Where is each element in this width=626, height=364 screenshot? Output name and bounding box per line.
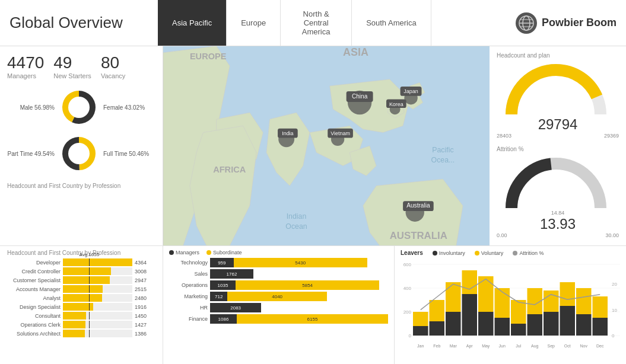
globe-icon — [518, 15, 535, 31]
table-row: Operations Clerk1427 — [7, 321, 155, 328]
profession-label: Finance — [169, 316, 208, 322]
profession-label: Marketing — [169, 293, 208, 299]
stats-section: 4470 Managers 49 New Starters 80 Vacancy… — [0, 46, 163, 180]
list-item: Technology9595430 — [169, 258, 388, 267]
sub-value: 5430 — [295, 260, 306, 266]
svg-text:Australia: Australia — [406, 202, 430, 209]
mgr-bar: 1762 — [210, 269, 253, 279]
attrition-pct-label: Attrition % — [519, 250, 544, 256]
tab-europe[interactable]: Europe — [227, 0, 281, 46]
fulltime-label: Full Time 50.46% — [103, 151, 149, 157]
stat-new-starters: 49 New Starters — [53, 55, 91, 79]
managers-legend-label: Managers — [176, 250, 199, 256]
new-starters-value: 49 — [53, 55, 91, 71]
leavers-title: Leavers — [401, 250, 423, 256]
list-item: Marketing7124040 — [169, 292, 388, 301]
bar-fill — [63, 321, 85, 328]
profession-label: Technology — [169, 260, 208, 266]
list-item: Finance10866155 — [169, 314, 388, 324]
svg-text:Japan: Japan — [403, 88, 418, 94]
profession-bar-track: 10355854 — [210, 280, 388, 290]
stats-row: 4470 Managers 49 New Starters 80 Vacancy — [7, 52, 155, 82]
world-map: Pacific Ocea... Indian Ocean EUROPE AFRI… — [163, 46, 490, 245]
employment-donut-row: Part Time 49.54% Full Time 50.46% — [7, 133, 155, 174]
avg-line — [89, 285, 90, 293]
logo-icon — [516, 12, 537, 34]
legend-attrition-pct: Attrition % — [513, 250, 544, 256]
headcount-chart-title: Headcount and First Country by Professio… — [7, 183, 155, 189]
headcount-bars-2: DeveloperAvg 16554364Credit Controller30… — [7, 258, 155, 337]
voluntary-dot — [475, 251, 479, 256]
mgr-value: 712 — [215, 294, 223, 299]
leavers-legend: Leavers Involuntary Voluntary Attrition … — [401, 250, 620, 256]
svg-text:Indian: Indian — [287, 212, 307, 221]
sub-value: 5854 — [302, 283, 313, 288]
gender-donut-row: Male 56.98% Female 43.02% — [7, 87, 155, 128]
svg-text:ASIA: ASIA — [343, 46, 368, 58]
bar-label: Accounts Manager — [7, 286, 61, 292]
legend-voluntary: Voluntary — [475, 250, 504, 256]
bar-label: Credit Controller — [7, 269, 61, 274]
left-panel: 4470 Managers 49 New Starters 80 Vacancy… — [0, 46, 163, 245]
bar-fill — [63, 294, 102, 302]
bar-label: Solutions Architect — [7, 331, 61, 337]
mgr-bar: 1035 — [210, 280, 236, 290]
gender-donut-chart — [58, 87, 100, 128]
bar-track — [63, 321, 132, 328]
bar-track — [63, 276, 132, 284]
headcount-plan-title: Headcount and plan — [497, 52, 619, 59]
tab-asia-pacific[interactable]: Asia Pacific — [158, 0, 227, 46]
list-item: Sales1762 — [169, 269, 388, 279]
tab-south-america[interactable]: South America — [352, 0, 431, 46]
subordinate-dot — [206, 250, 211, 255]
logo: Powbier Boom — [516, 12, 617, 34]
svg-text:AFRICA: AFRICA — [213, 165, 246, 174]
svg-text:China: China — [352, 93, 368, 100]
attrition-section: Attrition % 14.84 13.93 0.00 30.00 — [497, 146, 619, 238]
svg-text:Korea: Korea — [389, 101, 403, 107]
attrition-pct-dot — [513, 251, 517, 256]
mgr-value: 1762 — [227, 272, 237, 277]
attrition-title: Attrition % — [497, 146, 619, 152]
avg-line — [89, 312, 90, 320]
bar-label: Customer Specialist — [7, 277, 61, 283]
mgr-bar: 959 — [210, 258, 234, 267]
profession-bar-track: 2083 — [210, 303, 388, 312]
headcount-gauge-section: Headcount and plan 29794 28403 29369 — [497, 52, 619, 139]
svg-text:Ocea...: Ocea... — [431, 156, 455, 164]
right-panel: Headcount and plan 29794 28403 29369 Att… — [490, 46, 626, 245]
bar-value: 4364 — [135, 260, 155, 266]
vacancy-label: Vacancy — [101, 72, 125, 79]
header: Global Overview Asia Pacific Europe Nort… — [0, 0, 626, 46]
legend-subordinate: Subordinate — [206, 250, 242, 256]
bar-value: 2947 — [135, 277, 155, 283]
legend-involuntary: Involuntary — [433, 250, 465, 256]
profession-legend: Managers Subordinate — [169, 250, 388, 256]
bar-track — [63, 267, 132, 275]
leavers-chart-canvas — [401, 258, 620, 350]
leavers-section: Leavers Involuntary Voluntary Attrition … — [395, 246, 626, 364]
subordinate-legend-label: Subordinate — [213, 250, 242, 256]
bar-fill — [63, 285, 103, 293]
bar-fill — [63, 267, 111, 275]
tab-north-central-america[interactable]: North & Central America — [281, 0, 352, 46]
profession-bar-track: 10866155 — [210, 314, 388, 324]
attrition-min: 0.00 — [497, 232, 507, 238]
table-row: Analyst2480 — [7, 294, 155, 302]
involuntary-label: Involuntary — [439, 250, 465, 256]
bar-fill — [63, 312, 86, 320]
voluntary-label: Voluntary — [481, 250, 504, 256]
logo-text: Powbier Boom — [542, 17, 617, 29]
avg-label: Avg 1655 — [80, 252, 100, 257]
table-row: DeveloperAvg 16554364 — [7, 258, 155, 266]
bar-track — [63, 303, 132, 311]
female-label: Female 43.02% — [103, 104, 145, 111]
bar-label: Operations Clerk — [7, 322, 61, 328]
male-label: Male 56.98% — [7, 104, 55, 111]
stat-managers: 4470 Managers — [7, 55, 44, 79]
avg-line — [89, 258, 90, 266]
bar-value: 1450 — [135, 313, 155, 319]
mgr-value: 1086 — [218, 317, 229, 322]
table-row: Solutions Architect1386 — [7, 330, 155, 337]
bar-value: 1427 — [135, 322, 155, 328]
